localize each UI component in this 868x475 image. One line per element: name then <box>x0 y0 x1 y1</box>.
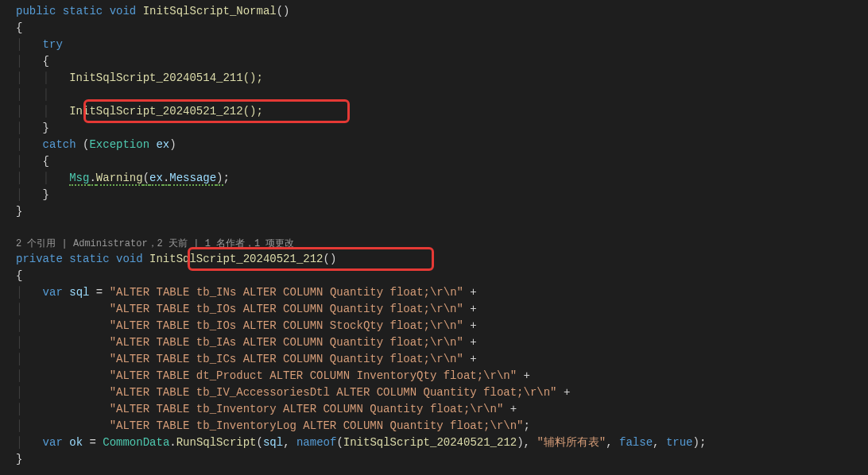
var-ex: ex <box>156 138 169 151</box>
class-commondata: CommonData <box>103 436 169 449</box>
code-line[interactable]: │ "ALTER TABLE tb_IV_AccessoriesDtl ALTE… <box>16 384 868 401</box>
type-exception: Exception <box>89 138 149 151</box>
string-literal: "ALTER TABLE tb_InventoryLog ALTER COLUM… <box>110 419 524 432</box>
string-literal: "ALTER TABLE tb_INs ALTER COLUMN Quantit… <box>110 286 463 299</box>
code-line[interactable]: { <box>16 268 868 284</box>
var-sql-ref: sql <box>263 436 283 449</box>
keyword-void: void <box>116 253 143 265</box>
string-literal: "ALTER TABLE tb_IAs ALTER COLUMN Quantit… <box>110 336 463 349</box>
prop-message: Message <box>169 172 216 186</box>
codelens[interactable]: 2 个引用 | Administrator，2 天前 | 1 名作者，1 项更改 <box>16 237 868 251</box>
code-line[interactable]: │ "ALTER TABLE tb_IOs ALTER COLUMN Stock… <box>16 318 868 334</box>
method-runsqlscript: RunSqlScript <box>176 436 257 449</box>
code-line[interactable]: │ │ <box>16 87 868 103</box>
code-line[interactable]: │ { <box>16 53 868 70</box>
string-literal: "ALTER TABLE tb_IOs ALTER COLUMN StockQt… <box>110 319 463 332</box>
bool-true: true <box>666 436 693 449</box>
method-warning: Warning <box>96 172 143 186</box>
string-literal: "ALTER TABLE dt_Product ALTER COLUMN Inv… <box>110 369 517 382</box>
keyword-private: private <box>16 253 63 265</box>
code-line[interactable]: │ } <box>16 187 868 203</box>
code-line[interactable]: │ │ InitSqlScript_20240514_211(); <box>16 70 868 87</box>
blank-line[interactable] <box>16 220 868 237</box>
code-line[interactable]: │ var ok = CommonData.RunSqlScript(sql, … <box>16 434 868 451</box>
code-line[interactable]: } <box>16 451 868 468</box>
bool-false: false <box>619 436 653 449</box>
code-line[interactable]: │ │ Msg.Warning(ex.Message); <box>16 170 868 187</box>
keyword-try: try <box>43 38 63 51</box>
code-line[interactable]: │ "ALTER TABLE tb_InventoryLog ALTER COL… <box>16 418 868 434</box>
code-line[interactable]: │ "ALTER TABLE tb_IAs ALTER COLUMN Quant… <box>16 334 868 351</box>
var-ex: ex <box>149 172 163 186</box>
code-line[interactable]: public static void InitSqlScript_Normal(… <box>16 3 868 20</box>
class-msg: Msg <box>69 172 89 186</box>
code-line[interactable]: │ var sql = "ALTER TABLE tb_INs ALTER CO… <box>16 284 868 301</box>
keyword-static: static <box>69 253 109 265</box>
keyword-var: var <box>43 436 63 449</box>
nameof-arg: InitSqlScript_20240521_212 <box>343 436 517 449</box>
string-literal: "ALTER TABLE tb_ICs ALTER COLUMN Quantit… <box>110 353 463 365</box>
var-sql: sql <box>69 286 89 299</box>
string-literal: "ALTER TABLE tb_IOs ALTER COLUMN Quantit… <box>110 303 463 315</box>
code-line[interactable]: │ "ALTER TABLE tb_IOs ALTER COLUMN Quant… <box>16 301 868 318</box>
keyword-void: void <box>110 5 137 17</box>
code-line[interactable]: │ │ InitSqlScript_20240521_212(); <box>16 103 868 120</box>
var-ok: ok <box>69 436 83 449</box>
keyword-nameof: nameof <box>296 436 336 449</box>
code-line[interactable]: │ "ALTER TABLE tb_Inventory ALTER COLUMN… <box>16 401 868 418</box>
method-call-highlighted: InitSqlScript_20240521_212(); <box>69 105 263 118</box>
string-literal: "ALTER TABLE tb_Inventory ALTER COLUMN Q… <box>110 403 504 415</box>
method-name: InitSqlScript_Normal <box>143 5 277 17</box>
parens: () <box>324 253 337 265</box>
keyword-static: static <box>63 5 103 17</box>
string-literal: "ALTER TABLE tb_IV_AccessoriesDtl ALTER … <box>110 386 557 399</box>
code-line[interactable]: private static void InitSqlScript_202405… <box>16 251 868 268</box>
code-line[interactable]: │ } <box>16 120 868 137</box>
code-line[interactable]: { <box>16 20 868 37</box>
code-line[interactable]: │ "ALTER TABLE dt_Product ALTER COLUMN I… <box>16 368 868 384</box>
keyword-public: public <box>16 5 56 17</box>
code-line[interactable]: │ "ALTER TABLE tb_ICs ALTER COLUMN Quant… <box>16 351 868 368</box>
keyword-catch: catch <box>43 138 76 151</box>
method-name-highlighted: InitSqlScript_20240521_212 <box>149 253 323 265</box>
method-call: InitSqlScript_20240514_211(); <box>69 71 263 84</box>
keyword-var: var <box>43 286 63 299</box>
code-line[interactable]: │ catch (Exception ex) <box>16 137 868 153</box>
string-literal: "辅料所有表" <box>537 436 606 449</box>
parens: () <box>277 5 290 17</box>
code-line[interactable]: │ try <box>16 37 868 53</box>
code-line[interactable]: } <box>16 203 868 220</box>
code-line[interactable]: │ { <box>16 153 868 170</box>
